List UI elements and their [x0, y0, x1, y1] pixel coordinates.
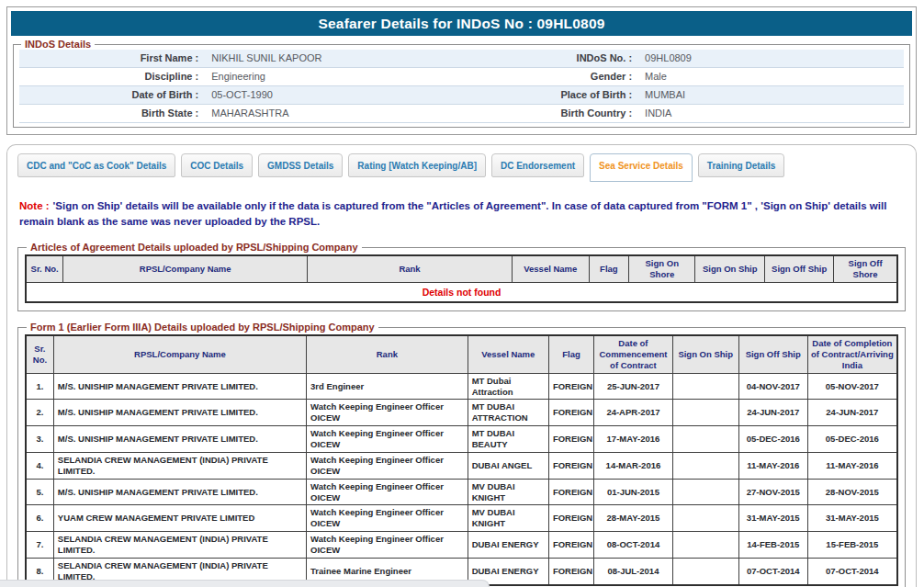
table-cell	[672, 479, 738, 505]
detail-label: Date of Birth :	[19, 86, 205, 104]
table-cell: 07-OCT-2014	[738, 558, 807, 584]
column-header: Flag	[548, 335, 593, 373]
tab-gmdss-details[interactable]: GMDSS Details	[258, 153, 343, 177]
table-cell: DUBAI ENERGY	[468, 532, 548, 559]
column-header: Sign Off Ship	[738, 335, 807, 373]
table-cell: Watch Keeping Engineer Officer OICEW	[307, 426, 468, 453]
table-cell: 11-MAY-2016	[738, 452, 807, 479]
table-row: 2.M/S. UNISHIP MANAGEMENT PRIVATE LIMITE…	[26, 400, 897, 426]
top-frame: Seafarer Details for INDoS No : 09HL0809…	[6, 6, 917, 135]
table-cell: 2.	[26, 400, 53, 426]
table-cell: 04-NOV-2017	[738, 373, 807, 400]
table-cell: MV DUBAI KNIGHT	[468, 479, 548, 505]
articles-fieldset: Articles of Agreement Details uploaded b…	[17, 242, 906, 311]
note-text: 'Sign on Ship' details will be available…	[19, 200, 886, 227]
page-header-bar: Seafarer Details for INDoS No : 09HL0809	[11, 11, 912, 36]
detail-value: MUMBAI	[638, 86, 904, 104]
tab-cdc-and-coc-as-cook-details[interactable]: CDC and "CoC as Cook" Details	[17, 153, 175, 177]
tab-training-details[interactable]: Training Details	[698, 153, 784, 177]
table-cell: FOREIGN	[548, 426, 593, 453]
page-title: Seafarer Details for INDoS No : 09HL0809	[318, 16, 604, 32]
table-cell: Watch Keeping Engineer Officer OICEW	[307, 505, 468, 532]
articles-table: Sr. No.RPSL/Company NameRankVessel NameF…	[25, 254, 898, 303]
table-cell: 24-JUN-2017	[807, 400, 897, 426]
column-header: Sr. No.	[26, 335, 53, 373]
table-cell: 28-NOV-2015	[807, 479, 897, 505]
form1-legend: Form 1 (Earlier Form IIIA) Details uploa…	[27, 322, 378, 333]
table-cell: 15-FEB-2015	[807, 532, 897, 559]
column-header: Sign Off Shore	[834, 255, 897, 282]
detail-value: NIKHIL SUNIL KAPOOR	[205, 50, 514, 67]
table-cell: 28-MAY-2015	[594, 505, 672, 532]
header-row: Sr. No.RPSL/Company NameRankVessel NameF…	[26, 335, 897, 373]
detail-value: Male	[638, 68, 904, 85]
detail-label: Birth State :	[19, 105, 205, 122]
tab-dc-endorsement[interactable]: DC Endorsement	[491, 153, 584, 177]
indos-rows: First Name :NIKHIL SUNIL KAPOORINDoS No.…	[19, 50, 904, 123]
detail-value: 09HL0809	[638, 50, 904, 67]
table-cell: 07-OCT-2014	[807, 558, 897, 584]
tab-sea-service-details[interactable]: Sea Service Details	[590, 153, 693, 182]
table-row: 5.M/S. UNISHIP MANAGEMENT PRIVATE LIMITE…	[26, 479, 897, 505]
column-header: Sr. No.	[26, 255, 63, 282]
column-header: Sign On Ship	[695, 255, 765, 282]
table-cell: DUBAI ANGEL	[468, 452, 548, 479]
table-row: 7.SELANDIA CREW MANAGEMENT (INDIA) PRIVA…	[26, 532, 897, 559]
column-header: RPSL/Company Name	[63, 255, 308, 282]
note: Note :'Sign on Ship' details will be ava…	[19, 198, 904, 229]
table-cell	[672, 558, 738, 584]
table-cell: 4.	[26, 452, 53, 479]
table-cell: FOREIGN	[548, 532, 593, 559]
detail-value: 05-OCT-1990	[205, 86, 514, 104]
indos-details-fieldset: INDoS Details First Name :NIKHIL SUNIL K…	[13, 39, 910, 128]
table-cell: MV DUBAI KNIGHT	[468, 505, 548, 532]
form1-table: Sr. No.RPSL/Company NameRankVessel NameF…	[25, 334, 898, 586]
form1-fieldset: Form 1 (Earlier Form IIIA) Details uploa…	[17, 322, 906, 587]
column-header: Vessel Name	[468, 335, 548, 373]
table-cell	[672, 532, 738, 559]
table-cell: 24-APR-2017	[594, 400, 672, 426]
table-cell: 7.	[26, 532, 53, 559]
table-cell: 24-JUN-2017	[738, 400, 807, 426]
column-header: Vessel Name	[513, 255, 590, 282]
table-cell: 05-DEC-2016	[738, 426, 807, 453]
column-header: Rank	[307, 335, 468, 373]
tab-rating-watch-keeping-ab[interactable]: Rating [Watch Keeping/AB]	[348, 153, 486, 177]
table-row: 6.YUAM CREW MANAGEMENT PRIVATE LIMITEDWa…	[26, 505, 897, 532]
column-header: Date of Commencement of Contract	[594, 335, 672, 373]
detail-row: Date of Birth :05-OCT-1990Place of Birth…	[19, 86, 904, 105]
table-cell: FOREIGN	[548, 479, 593, 505]
table-row: 4.SELANDIA CREW MANAGEMENT (INDIA) PRIVA…	[26, 452, 897, 479]
empty-message: Details not found	[26, 283, 897, 303]
table-cell	[672, 373, 738, 400]
table-cell: 3rd Engineer	[307, 373, 468, 400]
table-cell: FOREIGN	[548, 505, 593, 532]
note-prefix: Note :	[19, 200, 50, 211]
table-row: 1.M/S. UNISHIP MANAGEMENT PRIVATE LIMITE…	[26, 373, 897, 400]
column-header: Date of Completion of Contract/Arriving …	[807, 335, 897, 373]
detail-row: Birth State :MAHARASHTRABirth Country :I…	[19, 105, 904, 123]
table-cell: 25-JUN-2017	[594, 373, 672, 400]
detail-label: Place of Birth :	[514, 86, 638, 104]
detail-value: INDIA	[638, 105, 904, 122]
tab-panel: CDC and "CoC as Cook" DetailsCOC Details…	[6, 144, 917, 587]
table-cell: 01-JUN-2015	[594, 479, 672, 505]
table-cell: Watch Keeping Engineer Officer OICEW	[307, 532, 468, 559]
table-cell: MT Dubai Attraction	[468, 373, 548, 400]
table-cell: M/S. UNISHIP MANAGEMENT PRIVATE LIMITED.	[53, 426, 306, 453]
tab-coc-details[interactable]: COC Details	[181, 153, 253, 177]
detail-row: First Name :NIKHIL SUNIL KAPOORINDoS No.…	[19, 50, 904, 68]
table-cell: 08-JUL-2014	[594, 558, 672, 584]
detail-value: Engineering	[205, 68, 514, 85]
articles-legend: Articles of Agreement Details uploaded b…	[27, 242, 362, 253]
table-cell: M/S. UNISHIP MANAGEMENT PRIVATE LIMITED.	[53, 400, 306, 426]
table-cell: 1.	[26, 373, 53, 400]
table-cell: 31-MAY-2015	[807, 505, 897, 532]
detail-label: Gender :	[514, 68, 638, 85]
indos-details-legend: INDoS Details	[21, 39, 95, 50]
table-cell: 11-MAY-2016	[807, 452, 897, 479]
table-cell: M/S. UNISHIP MANAGEMENT PRIVATE LIMITED.	[53, 479, 306, 505]
table-cell: SELANDIA CREW MANAGEMENT (INDIA) PRIVATE…	[53, 452, 306, 479]
table-cell	[672, 452, 738, 479]
table-cell: Watch Keeping Engineer Officer OICEW	[307, 400, 468, 426]
